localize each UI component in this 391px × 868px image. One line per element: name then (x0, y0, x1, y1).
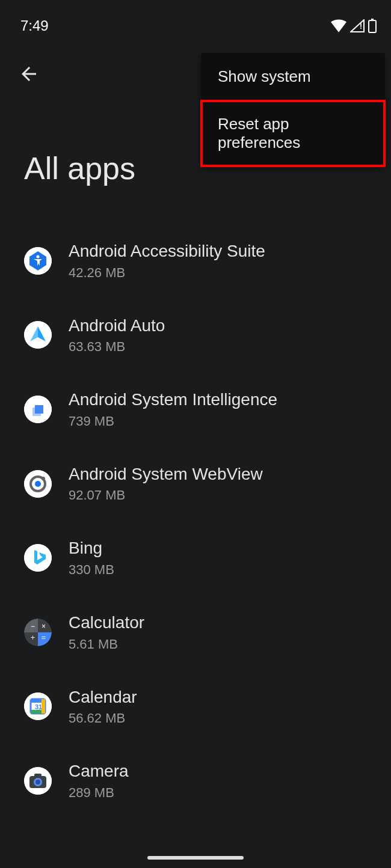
app-size: 289 MB (69, 785, 129, 801)
app-item-system-webview[interactable]: Android System WebView 92.07 MB (0, 447, 391, 521)
menu-item-show-system[interactable]: Show system (201, 53, 385, 100)
app-size: 42.26 MB (69, 265, 265, 281)
app-name: Bing (69, 538, 114, 558)
status-bar: 7:49 ! (0, 0, 391, 36)
status-time: 7:49 (20, 17, 49, 34)
app-size: 330 MB (69, 562, 114, 578)
app-name: Camera (69, 761, 129, 781)
system-intelligence-icon (24, 396, 52, 423)
android-auto-icon (24, 321, 52, 349)
overflow-menu: Show system Reset app preferences (201, 53, 385, 167)
app-size: 5.61 MB (69, 637, 144, 652)
back-button[interactable] (14, 60, 43, 89)
menu-item-label: Show system (218, 67, 311, 85)
app-item-calendar[interactable]: 31 Calendar 56.62 MB (0, 670, 391, 744)
svg-point-14 (24, 544, 52, 572)
app-item-android-auto[interactable]: Android Auto 63.63 MB (0, 298, 391, 373)
arrow-left-icon (18, 63, 40, 87)
app-item-accessibility[interactable]: Android Accessibility Suite 42.26 MB (0, 224, 391, 298)
app-name: Android System WebView (69, 464, 263, 484)
svg-text:×: × (42, 622, 46, 631)
menu-item-reset-app-preferences[interactable]: Reset app preferences (201, 100, 385, 167)
svg-point-5 (37, 255, 40, 258)
app-name: Android Accessibility Suite (69, 241, 265, 261)
app-name: Android System Intelligence (69, 390, 277, 410)
bing-icon (24, 544, 52, 572)
svg-text:=: = (42, 634, 46, 642)
app-size: 63.63 MB (69, 339, 165, 355)
app-name: Calculator (69, 613, 144, 633)
app-item-system-intelligence[interactable]: Android System Intelligence 739 MB (0, 372, 391, 447)
menu-item-label: Reset app preferences (218, 115, 300, 151)
svg-text:31: 31 (35, 703, 42, 711)
svg-text:+: + (31, 634, 35, 642)
calendar-icon: 31 (24, 692, 52, 720)
app-list: Android Accessibility Suite 42.26 MB And… (0, 186, 391, 818)
svg-rect-1 (369, 20, 376, 32)
app-item-calculator[interactable]: − × + = Calculator 5.61 MB (0, 595, 391, 670)
home-indicator[interactable] (147, 856, 244, 860)
svg-point-13 (42, 477, 45, 480)
battery-icon (368, 19, 377, 33)
camera-icon (24, 767, 52, 795)
app-item-camera[interactable]: Camera 289 MB (0, 744, 391, 818)
app-size: 92.07 MB (69, 487, 263, 503)
svg-point-12 (35, 481, 41, 487)
app-size: 56.62 MB (69, 711, 137, 726)
svg-text:−: − (31, 622, 35, 631)
app-item-bing[interactable]: Bing 330 MB (0, 521, 391, 595)
svg-rect-9 (35, 405, 43, 414)
svg-rect-27 (34, 774, 42, 777)
status-icons: ! (331, 19, 377, 33)
calculator-icon: − × + = (24, 619, 52, 646)
wifi-icon (331, 19, 346, 32)
svg-rect-2 (371, 19, 374, 20)
accessibility-suite-icon (24, 247, 52, 275)
signal-icon: ! (350, 19, 365, 32)
app-name: Calendar (69, 687, 137, 708)
svg-point-29 (35, 780, 40, 784)
app-size: 739 MB (69, 414, 277, 429)
webview-icon (24, 470, 52, 498)
app-name: Android Auto (69, 316, 165, 336)
svg-text:!: ! (360, 22, 362, 31)
